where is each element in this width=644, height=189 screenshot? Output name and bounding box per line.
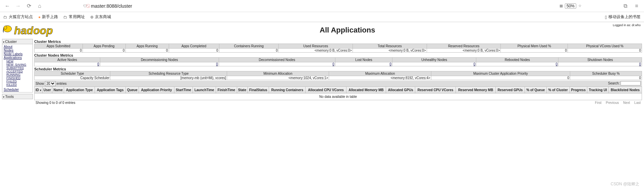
header-scheduler-type: Scheduler Type xyxy=(35,71,110,76)
forward-button[interactable]: → xyxy=(14,2,22,10)
folder-icon: 🗀 xyxy=(63,15,67,19)
col-reserved-memory-mb[interactable]: Reserved Memory MB xyxy=(456,87,496,93)
sidebar-node-labels[interactable]: Node Labels xyxy=(4,52,31,56)
col-application-priority[interactable]: Application Priority xyxy=(139,87,174,93)
col-state[interactable]: State xyxy=(237,87,248,93)
header-apps-completed: Apps Completed xyxy=(169,44,219,49)
value-0: 0 xyxy=(431,76,570,80)
value-0: 0 xyxy=(35,49,83,53)
cluster-metrics-title: Cluster Metrics xyxy=(34,40,642,44)
sidebar-scheduler[interactable]: Scheduler xyxy=(4,88,31,91)
sidebar-app-state-new_saving[interactable]: NEW_SAVING xyxy=(6,63,31,66)
table-footer: Showing 0 to 0 of 0 entries First Previo… xyxy=(34,100,642,105)
value-0: 0 xyxy=(125,49,169,53)
pager-next[interactable]: Next xyxy=(623,101,630,105)
col-application-tags[interactable]: Application Tags xyxy=(95,87,126,93)
value--memory-1024-vcores-1-: <memory:1024, vCores:1> xyxy=(227,76,329,80)
sidebar-app-state-finished[interactable]: FINISHED xyxy=(6,76,31,80)
page-title: All Applications xyxy=(53,26,642,35)
page-header: hadoop All Applications xyxy=(0,22,644,38)
pager-last[interactable]: Last xyxy=(634,101,641,105)
header-shutdown-nodes: Shutdown Nodes xyxy=(558,58,642,62)
value-0: 0 xyxy=(558,62,642,66)
col-launchtime[interactable]: LaunchTime xyxy=(193,87,216,93)
applications-table: ID ▾UserNameApplication TypeApplication … xyxy=(34,86,642,100)
col--of-queue[interactable]: % of Queue xyxy=(525,87,546,93)
back-button[interactable]: ← xyxy=(3,2,11,10)
header-decommissioned-nodes: Decommissioned Nodes xyxy=(219,58,335,62)
qr-icon[interactable]: ▦ xyxy=(559,4,563,8)
home-button[interactable]: ⌂ xyxy=(36,2,44,10)
table-controls: Show 20 entries Search: xyxy=(34,81,642,86)
col-blacklisted-nodes[interactable]: Blacklisted Nodes xyxy=(608,87,642,93)
value-0: 0 xyxy=(35,62,100,66)
sidebar-nodes[interactable]: Nodes xyxy=(4,49,31,52)
browser-toolbar: ← → ⟳ ⌂ 🛡 ⃠ master:8088/cluster ▦ 50% ☆ … xyxy=(0,0,644,12)
value-0: 0 xyxy=(476,62,558,66)
sidebar-app-state-accepted[interactable]: ACCEPTED xyxy=(6,70,31,73)
col-user[interactable]: User xyxy=(42,87,52,93)
sidebar-app-state-failed[interactable]: FAILED xyxy=(6,80,31,83)
url-text: master:8088/cluster xyxy=(91,3,132,9)
value-capacity-scheduler: Capacity Scheduler xyxy=(35,76,110,80)
pager-first[interactable]: First xyxy=(595,101,601,105)
login-status: Logged in as: dr.who xyxy=(613,23,641,27)
col-application-type[interactable]: Application Type xyxy=(64,87,95,93)
value--memory-0-b-vcores-0-: <memory:0 B, vCores:0> xyxy=(279,49,353,53)
sidebar-about[interactable]: About xyxy=(4,45,31,49)
sidebar-applications[interactable]: Applications xyxy=(4,56,31,60)
bookmark-mobile[interactable]: ▯移动设备上的书签 xyxy=(605,14,641,20)
sidebar-tools-header[interactable]: Tools xyxy=(2,94,33,99)
header-apps-running: Apps Running xyxy=(125,44,169,49)
col-allocated-gpus[interactable]: Allocated GPUs xyxy=(386,87,415,93)
extensions-icon[interactable]: ⧉ xyxy=(621,2,629,10)
sidebar-app-state-running[interactable]: RUNNING xyxy=(6,73,31,76)
col-tracking-ui[interactable]: Tracking UI xyxy=(587,87,609,93)
sidebar-cluster-header[interactable]: Cluster xyxy=(2,39,33,44)
col-starttime[interactable]: StartTime xyxy=(174,87,193,93)
col-name[interactable]: Name xyxy=(52,87,64,93)
show-entries-select[interactable]: 20 xyxy=(45,81,56,86)
header-containers-running: Containers Running xyxy=(219,44,279,49)
col-id[interactable]: ID ▾ xyxy=(35,87,43,93)
pager-previous[interactable]: Previous xyxy=(606,101,619,105)
col-progress[interactable]: Progress xyxy=(570,87,587,93)
reload-button[interactable]: ⟳ xyxy=(25,2,33,10)
search-input[interactable] xyxy=(621,81,641,85)
bookmark-star-icon[interactable]: ☆ xyxy=(578,4,582,8)
header-physical-vcores-used-: Physical VCores Used % xyxy=(568,44,642,49)
header-physical-mem-used-: Physical Mem Used % xyxy=(501,44,568,49)
col-queue[interactable]: Queue xyxy=(126,87,139,93)
header-active-nodes: Active Nodes xyxy=(35,58,100,62)
col-reserved-gpus[interactable]: Reserved GPUs xyxy=(496,87,525,93)
col-allocated-cpu-vcores[interactable]: Allocated CPU VCores xyxy=(306,87,346,93)
bookmark-jd[interactable]: ⊕京东商城 xyxy=(90,14,111,20)
value-0: 0 xyxy=(219,49,279,53)
col-reserved-cpu-vcores[interactable]: Reserved CPU VCores xyxy=(415,87,456,93)
value-0: 0 xyxy=(568,49,642,53)
sidebar-app-state-killed[interactable]: KILLED xyxy=(6,83,31,86)
col-finishtime[interactable]: FinishTime xyxy=(216,87,237,93)
scheduler-metrics-table: Scheduler TypeScheduling Resource TypeMi… xyxy=(34,71,642,80)
col-finalstatus[interactable]: FinalStatus xyxy=(248,87,269,93)
sidebar: Cluster About Nodes Node Labels Applicat… xyxy=(2,39,33,105)
header-scheduler-busy-: Scheduler Busy % xyxy=(570,71,642,76)
cluster-metrics-table: Apps SubmittedApps PendingApps RunningAp… xyxy=(34,44,642,53)
bookmark-firefox[interactable]: 🗀火狐官方站点 xyxy=(3,14,33,20)
value--memory-mb-unit-mi-vcores-: [memory-mb (unit=Mi), vcores] xyxy=(110,76,227,80)
zoom-badge[interactable]: 50% xyxy=(565,3,576,9)
header-total-resources: Total Resources xyxy=(353,44,427,49)
bookmark-common[interactable]: 🗀常用网址 xyxy=(63,14,85,20)
shield-icon: 🛡 xyxy=(83,4,87,8)
col-running-containers[interactable]: Running Containers xyxy=(269,87,306,93)
value--memory-8192-vcores-4-: <memory:8192, vCores:4> xyxy=(329,76,431,80)
header-maximum-allocation: Maximum Allocation xyxy=(329,71,431,76)
col--of-cluster[interactable]: % of Cluster xyxy=(546,87,570,93)
sidebar-app-state-new[interactable]: NEW xyxy=(6,60,31,63)
menu-icon[interactable]: ≡ xyxy=(633,2,641,10)
url-bar[interactable]: 🛡 ⃠ master:8088/cluster ▦ 50% ☆ xyxy=(80,1,585,11)
col-allocated-memory-mb[interactable]: Allocated Memory MB xyxy=(346,87,386,93)
sidebar-app-state-submitted[interactable]: SUBMITTED xyxy=(6,66,31,70)
value-0: 0 xyxy=(169,49,219,53)
bookmark-getstarted[interactable]: ●新手上路 xyxy=(38,14,58,20)
